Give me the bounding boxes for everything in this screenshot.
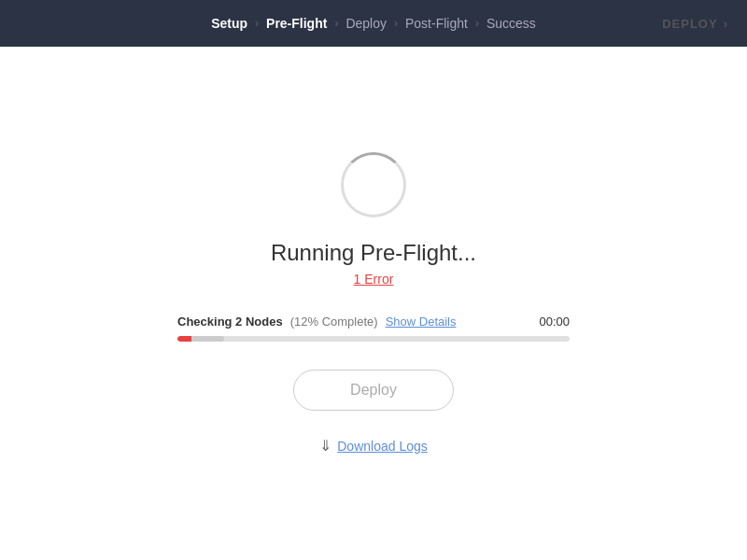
progress-section: Checking 2 Nodes (12% Complete) Show Det… bbox=[177, 315, 570, 342]
step-preflight-label: Pre-Flight bbox=[266, 16, 327, 31]
progress-label-left: Checking 2 Nodes (12% Complete) Show Det… bbox=[177, 315, 457, 329]
progress-label-bold: Checking 2 Nodes bbox=[177, 315, 283, 329]
chevron-icon-3: › bbox=[394, 17, 398, 30]
download-logs-row: ⇓ Download Logs bbox=[319, 437, 428, 455]
progress-timer: 00:00 bbox=[539, 315, 570, 329]
progress-label-row: Checking 2 Nodes (12% Complete) Show Det… bbox=[177, 315, 570, 329]
loading-spinner bbox=[341, 152, 406, 217]
step-deploy-label: Deploy bbox=[345, 16, 387, 31]
deploy-nav-label: DEPLOY bbox=[662, 17, 717, 31]
progress-bar bbox=[177, 336, 570, 342]
download-icon: ⇓ bbox=[319, 437, 331, 455]
wizard-steps: Setup › Pre-Flight › Deploy › Post-Fligh… bbox=[211, 16, 536, 31]
progress-complete-text: (12% Complete) bbox=[290, 315, 378, 329]
show-details-link[interactable]: Show Details bbox=[386, 315, 457, 329]
step-setup-label: Setup bbox=[211, 16, 247, 31]
step-preflight[interactable]: Pre-Flight bbox=[266, 16, 327, 31]
step-postflight-label: Post-Flight bbox=[405, 16, 468, 31]
progress-bar-fill bbox=[177, 336, 224, 342]
step-postflight[interactable]: Post-Flight bbox=[405, 16, 468, 31]
step-deploy[interactable]: Deploy bbox=[345, 16, 387, 31]
deploy-nav-button[interactable]: DEPLOY › bbox=[662, 17, 728, 31]
deploy-nav-chevron: › bbox=[724, 17, 728, 31]
step-setup[interactable]: Setup bbox=[211, 16, 247, 31]
error-link[interactable]: 1 Error bbox=[354, 272, 394, 287]
chevron-icon-2: › bbox=[334, 17, 338, 30]
download-logs-link[interactable]: Download Logs bbox=[337, 439, 428, 454]
chevron-icon-1: › bbox=[255, 17, 259, 30]
step-success-label: Success bbox=[486, 16, 536, 31]
deploy-button[interactable]: Deploy bbox=[293, 370, 454, 411]
running-title: Running Pre-Flight... bbox=[271, 240, 476, 266]
main-content: Running Pre-Flight... 1 Error Checking 2… bbox=[0, 47, 747, 560]
chevron-icon-4: › bbox=[475, 17, 479, 30]
step-success[interactable]: Success bbox=[486, 16, 536, 31]
top-navbar: Setup › Pre-Flight › Deploy › Post-Fligh… bbox=[0, 0, 747, 47]
